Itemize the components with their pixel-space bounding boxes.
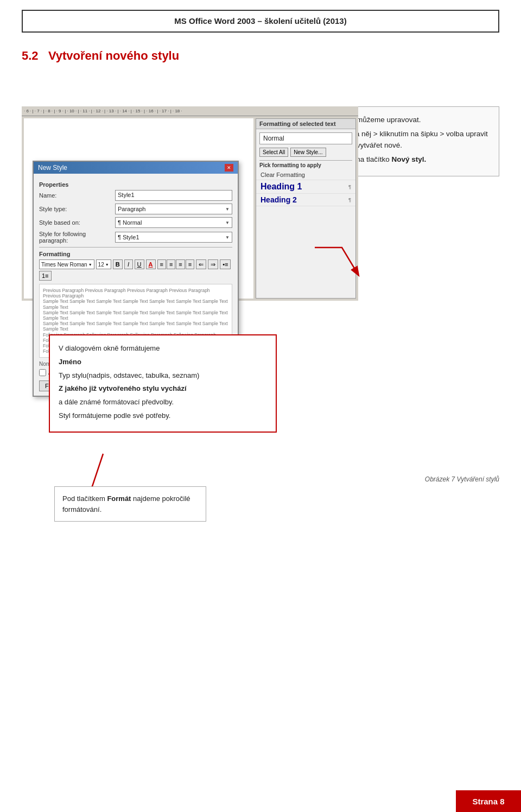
styles-panel-pick-label: Pick formatting to apply — [256, 161, 355, 170]
formatting-toolbar: Times New Roman ▼ 12 ▼ B I U A ≡ — [39, 259, 232, 281]
styles-panel-item-heading2[interactable]: Heading 2 ¶ — [256, 194, 355, 206]
styles-panel-header: Formatting of selected text — [256, 119, 355, 129]
align-buttons: ≡ ≡ ≡ ≡ — [157, 259, 195, 269]
italic-btn[interactable]: I — [124, 259, 133, 269]
chevron-down-icon-5: ▼ — [105, 263, 109, 267]
numbered-btn[interactable]: 1≡ — [39, 271, 52, 281]
ruler-content: · 6 · | · 7 · | · 8 · | · 9 · | · 10 · |… — [24, 109, 182, 113]
style-based-row: Style based on: ¶ Normal ▼ — [39, 217, 232, 228]
section-title: Vytvoření nového stylu — [48, 49, 179, 62]
style-type-label: Style type: — [39, 206, 115, 212]
decrease-indent-btn[interactable]: ⇐ — [196, 259, 206, 269]
chevron-down-icon: ▼ — [225, 207, 230, 212]
page-footer: Strana 8 — [456, 790, 521, 812]
new-style-btn[interactable]: New Style... — [290, 148, 326, 157]
info-line1: V dialogovém okně formátujeme — [59, 343, 267, 354]
section-number: 5.2 — [22, 49, 39, 62]
page-number: Strana 8 — [472, 797, 504, 806]
style-following-select[interactable]: ¶ Style1 ▼ — [115, 232, 232, 243]
bullet-btn[interactable]: •≡ — [220, 259, 231, 269]
font-size-select[interactable]: 12 ▼ — [96, 259, 111, 269]
styles-panel-item-clear[interactable]: Clear Formatting — [256, 170, 355, 180]
info-callout: V dialogovém okně formátujeme Jméno Typ … — [49, 334, 277, 433]
dialog-title: New Style — [38, 164, 67, 172]
style-type-row: Style type: Paragraph ▼ — [39, 204, 232, 214]
main-content: Styly buď můžeme upravovat. Najetím na n… — [22, 106, 499, 486]
formatting-label: Formatting — [39, 251, 232, 257]
name-label: Name: — [39, 192, 115, 199]
figure-caption: Obrázek 7 Vytváření stylů — [425, 475, 499, 483]
font-name-select[interactable]: Times New Roman ▼ — [39, 259, 94, 269]
chevron-down-icon-3: ▼ — [225, 235, 230, 240]
page-header: MS Office Word 2003 – školení učitelů (2… — [22, 10, 499, 33]
info-line6: Styl formátujeme podle své potřeby. — [59, 410, 267, 422]
header-title: MS Office Word 2003 – školení učitelů (2… — [174, 16, 346, 26]
style-type-select[interactable]: Paragraph ▼ — [115, 204, 232, 214]
section-heading: 5.2 Vytvoření nového stylu — [22, 49, 499, 63]
chevron-down-icon-2: ▼ — [225, 220, 230, 225]
style-based-label: Style based on: — [39, 219, 115, 226]
style-following-label: Style for following paragraph: — [39, 231, 115, 244]
align-center-btn[interactable]: ≡ — [167, 259, 175, 269]
style-based-select[interactable]: ¶ Normal ▼ — [115, 217, 232, 228]
underline-btn[interactable]: U — [135, 259, 144, 269]
styles-panel: Formatting of selected text Normal Selec… — [256, 118, 356, 299]
style-following-row: Style for following paragraph: ¶ Style1 … — [39, 231, 232, 244]
name-row: Name: Style1 — [39, 190, 232, 201]
chevron-down-icon-4: ▼ — [88, 263, 92, 267]
info-line3: Typ stylu(nadpis, odstavec, tabulka, sez… — [59, 370, 267, 382]
align-justify-btn[interactable]: ≡ — [186, 259, 194, 269]
select-all-btn[interactable]: Select All — [259, 148, 288, 157]
ruler: · 6 · | · 7 · | · 8 · | · 9 · | · 10 · |… — [22, 106, 358, 116]
align-left-btn[interactable]: ≡ — [157, 259, 166, 269]
font-color-btn[interactable]: A — [146, 259, 156, 269]
word-screenshot: · 6 · | · 7 · | · 8 · | · 9 · | · 10 · |… — [22, 106, 358, 301]
add-template-checkbox[interactable] — [39, 369, 46, 376]
dialog-divider-1 — [39, 247, 232, 248]
properties-label: Properties — [39, 181, 232, 188]
info-line2: Jméno — [59, 357, 267, 368]
dialog-titlebar: New Style ✕ — [34, 162, 238, 174]
bold-btn[interactable]: B — [113, 259, 123, 269]
styles-panel-normal: Normal — [259, 132, 352, 144]
styles-panel-item-heading1[interactable]: Heading 1 ¶ — [256, 180, 355, 194]
info-line4: Z jakého již vytvořeného stylu vychází — [59, 383, 267, 395]
increase-indent-btn[interactable]: ⇒ — [208, 259, 218, 269]
format-callout: Pod tlačítkem Formát najdeme pokročilé f… — [54, 486, 206, 522]
align-right-btn[interactable]: ≡ — [176, 259, 185, 269]
name-input[interactable]: Style1 — [115, 190, 232, 201]
dialog-close-btn[interactable]: ✕ — [225, 164, 233, 172]
styles-panel-buttons: Select All New Style... — [259, 148, 352, 157]
info-line5: a dále známé formátovací předvolby. — [59, 397, 267, 408]
